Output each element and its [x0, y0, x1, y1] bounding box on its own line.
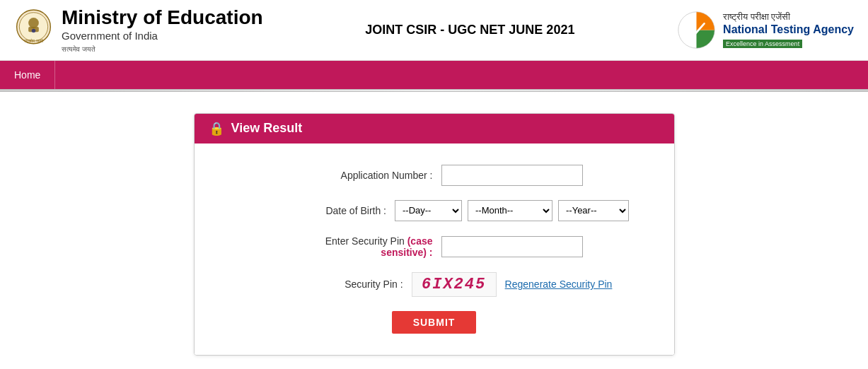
- nta-text-block: राष्ट्रीय परीक्षा एजेंसी National Testin…: [723, 11, 854, 49]
- nta-english: National Testing Agency: [723, 23, 854, 36]
- submit-button[interactable]: SUBMIT: [392, 311, 477, 334]
- page-header: सत्यमेव जयते Ministry of Education Gover…: [0, 0, 868, 61]
- svg-point-4: [32, 29, 36, 33]
- app-number-label: Application Number :: [286, 170, 441, 181]
- nta-hindi: राष्ट्रीय परीक्षा एजेंसी: [723, 11, 854, 23]
- month-select[interactable]: --Month--: [468, 200, 552, 221]
- svg-text:सत्यमेव जयते: सत्यमेव जयते: [23, 38, 43, 43]
- nav-home[interactable]: Home: [0, 61, 55, 89]
- ministry-branding: सत्यमेव जयते Ministry of Education Gover…: [14, 6, 263, 54]
- tagline: सत्यमेव जयते: [62, 45, 96, 53]
- svg-point-2: [28, 18, 39, 28]
- emblem-icon: सत्यमेव जयते: [14, 8, 53, 51]
- navbar: Home: [0, 61, 868, 89]
- regenerate-link[interactable]: Regenerate Security Pin: [505, 279, 613, 290]
- ministry-name: Ministry of Education: [62, 6, 263, 30]
- year-select[interactable]: --Year--: [558, 200, 629, 221]
- day-select[interactable]: --Day--: [395, 200, 462, 221]
- security-pin-input-label: Enter Security Pin (case sensitive) :: [286, 235, 441, 258]
- card-body: Application Number : Date of Birth : --D…: [195, 144, 674, 355]
- security-pin-value: 6IX245: [412, 272, 497, 297]
- application-number-input[interactable]: [441, 165, 583, 186]
- govt-text: Government of India: [62, 30, 263, 42]
- nta-branding: राष्ट्रीय परीक्षा एजेंसी National Testin…: [677, 11, 854, 49]
- submit-row: SUBMIT: [209, 311, 660, 334]
- page-title-area: JOINT CSIR - UGC NET JUNE 2021: [365, 23, 574, 37]
- main-content: 🔒 View Result Application Number : Date …: [0, 92, 868, 369]
- view-result-card: 🔒 View Result Application Number : Date …: [194, 113, 675, 356]
- application-number-group: Application Number :: [209, 165, 660, 186]
- dob-label: Date of Birth :: [239, 205, 395, 216]
- dob-selects: --Day-- --Month-- --Year--: [395, 200, 629, 221]
- dob-group: Date of Birth : --Day-- --Month-- --Year…: [209, 200, 660, 221]
- security-pin-input[interactable]: [441, 236, 583, 257]
- card-header: 🔒 View Result: [195, 114, 674, 144]
- ministry-text: Ministry of Education Government of Indi…: [62, 6, 263, 54]
- security-pin-input-group: Enter Security Pin (case sensitive) :: [209, 235, 660, 258]
- card-title: View Result: [231, 121, 303, 136]
- case-sensitive-note: (case sensitive) :: [381, 235, 432, 258]
- nta-logo-icon: [677, 11, 716, 49]
- nta-tagline: Excellence in Assessment: [723, 40, 802, 48]
- security-pin-display-label: Security Pin :: [256, 279, 412, 290]
- page-title: JOINT CSIR - UGC NET JUNE 2021: [365, 23, 574, 37]
- security-pin-display-group: Security Pin : 6IX245 Regenerate Securit…: [209, 272, 660, 297]
- lock-icon: 🔒: [209, 121, 224, 136]
